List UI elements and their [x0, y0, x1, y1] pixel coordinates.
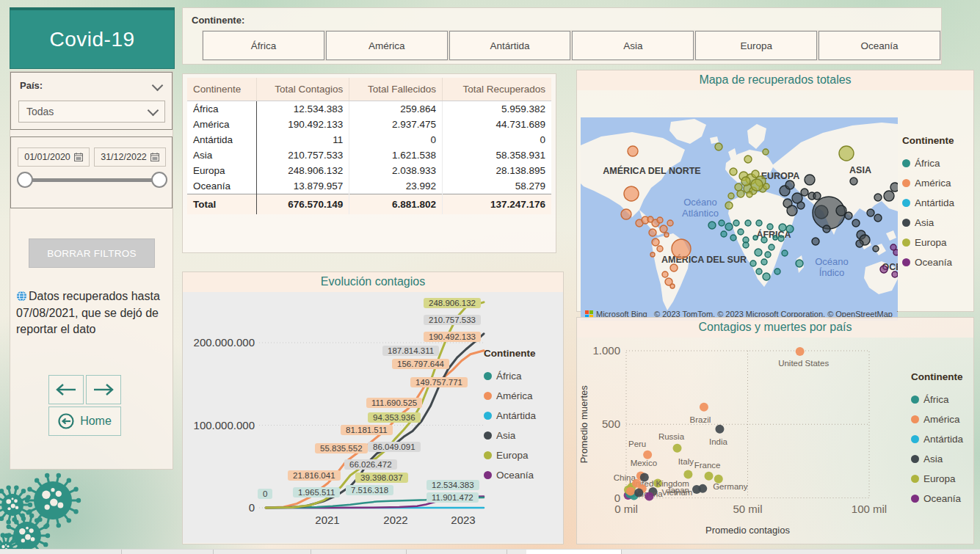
map-bubble[interactable]: [769, 244, 774, 250]
map-bubble[interactable]: [728, 193, 734, 199]
map-bubble[interactable]: [890, 183, 898, 192]
map-bubble[interactable]: [763, 183, 769, 189]
continent-button[interactable]: Europa: [695, 31, 817, 60]
scatter-point[interactable]: [683, 470, 692, 478]
map-bubble[interactable]: [708, 222, 716, 229]
map-bubble[interactable]: [797, 202, 805, 209]
map-bubble[interactable]: [662, 271, 668, 277]
map-bubble[interactable]: [892, 271, 898, 277]
map-bubble[interactable]: [823, 225, 830, 233]
map-bubble[interactable]: [812, 238, 819, 245]
map-bubble[interactable]: [730, 168, 737, 175]
nav-forward-button[interactable]: [86, 375, 121, 404]
map-bubble[interactable]: [715, 143, 722, 150]
map-bubble[interactable]: [624, 186, 639, 201]
clear-filters-button[interactable]: BORRAR FILTROS: [29, 238, 155, 268]
map-bubble[interactable]: [845, 212, 852, 219]
map-bubble[interactable]: [652, 238, 659, 246]
map-bubble[interactable]: [773, 236, 777, 240]
map-bubble[interactable]: [730, 235, 736, 241]
map-bubble[interactable]: [670, 264, 678, 271]
map-bubble[interactable]: [761, 237, 767, 243]
continent-button[interactable]: América: [326, 31, 448, 60]
scatter-point[interactable]: [673, 444, 682, 453]
map-bubble[interactable]: [738, 229, 744, 235]
map-bubble[interactable]: [719, 220, 725, 226]
map-bubble[interactable]: [721, 231, 727, 237]
country-dropdown[interactable]: Todas: [18, 101, 165, 123]
map-bubble[interactable]: [787, 205, 797, 216]
map-bubble[interactable]: [650, 252, 655, 257]
map-bubble[interactable]: [867, 209, 874, 216]
map-bubble[interactable]: [880, 266, 888, 273]
home-button[interactable]: Home: [48, 407, 121, 436]
page-tab-strip[interactable]: [0, 549, 980, 554]
map-bubble[interactable]: [756, 220, 762, 226]
date-slider-handle-end[interactable]: [151, 172, 167, 188]
map-bubble[interactable]: [628, 146, 638, 156]
date-from-input[interactable]: 01/01/2020: [18, 147, 90, 167]
continent-button[interactable]: Oceanía: [819, 31, 940, 60]
continent-button[interactable]: Antártida: [449, 31, 571, 60]
map-bubble[interactable]: [667, 220, 673, 226]
date-slider-track[interactable]: [24, 178, 160, 182]
continent-button[interactable]: Asia: [572, 31, 694, 60]
map-bubble[interactable]: [733, 220, 739, 226]
map-bubble[interactable]: [672, 239, 691, 258]
map-bubble[interactable]: [852, 219, 860, 227]
map-bubble[interactable]: [756, 269, 762, 274]
nav-back-button[interactable]: [48, 375, 84, 404]
scatter-point[interactable]: [796, 347, 805, 356]
table-row[interactable]: África12.534.383259.8645.959.382: [187, 101, 551, 117]
map-bubble[interactable]: [856, 240, 863, 247]
map-bubble[interactable]: [786, 225, 794, 233]
map-bubble[interactable]: [796, 260, 803, 267]
map-bubble[interactable]: [873, 246, 879, 252]
map-bubble[interactable]: [779, 224, 786, 231]
map-bubble[interactable]: [761, 259, 767, 265]
scatter-point[interactable]: [632, 479, 641, 488]
map-bubble[interactable]: [745, 220, 751, 226]
continent-button[interactable]: África: [203, 31, 324, 60]
map-bubble[interactable]: [813, 192, 821, 200]
map-bubble[interactable]: [767, 224, 773, 230]
map-bubble[interactable]: [743, 242, 749, 248]
map-bubble[interactable]: [763, 273, 770, 280]
map-bubble[interactable]: [874, 214, 882, 222]
map-bubble[interactable]: [755, 249, 762, 256]
map-bubble[interactable]: [660, 225, 667, 233]
date-to-input[interactable]: 31/12/2022: [94, 147, 166, 167]
map-bubble[interactable]: [751, 179, 763, 191]
map-bubble[interactable]: [621, 209, 631, 219]
map-bubble[interactable]: [805, 175, 815, 185]
scatter-point[interactable]: [643, 451, 652, 459]
active-page-tab[interactable]: [526, 550, 621, 554]
scatter-point[interactable]: [645, 492, 653, 500]
map-bubble[interactable]: [725, 223, 733, 230]
map-bubble[interactable]: [884, 191, 894, 201]
map-bubble[interactable]: [753, 236, 758, 240]
map-bubble[interactable]: [750, 260, 756, 266]
date-slider-handle-start[interactable]: [17, 172, 33, 188]
map-bubble[interactable]: [774, 269, 780, 274]
map-bubble[interactable]: [664, 233, 669, 237]
map-bubble[interactable]: [657, 246, 663, 252]
map-bubble[interactable]: [763, 149, 769, 155]
map-bubble[interactable]: [785, 181, 794, 189]
map-bubble[interactable]: [747, 192, 752, 197]
map-bubble[interactable]: [893, 249, 898, 255]
map-bubble[interactable]: [725, 202, 733, 209]
scatter-point[interactable]: [715, 425, 724, 434]
map-bubble[interactable]: [741, 177, 750, 186]
scatter-point[interactable]: [700, 403, 708, 412]
scatter-point[interactable]: [634, 488, 643, 497]
map-bubble[interactable]: [778, 236, 784, 241]
table-row[interactable]: Asia210.757.5331.621.53858.358.931: [187, 147, 551, 163]
table-row[interactable]: Oceanía13.879.95723.99258.279: [187, 178, 551, 194]
map-bubble[interactable]: [670, 284, 675, 288]
map-bubble[interactable]: [874, 194, 882, 201]
map-bubble[interactable]: [801, 189, 808, 196]
chevron-down-icon[interactable]: [152, 80, 164, 92]
map-bubble[interactable]: [649, 229, 656, 236]
scatter-point[interactable]: [698, 484, 707, 493]
